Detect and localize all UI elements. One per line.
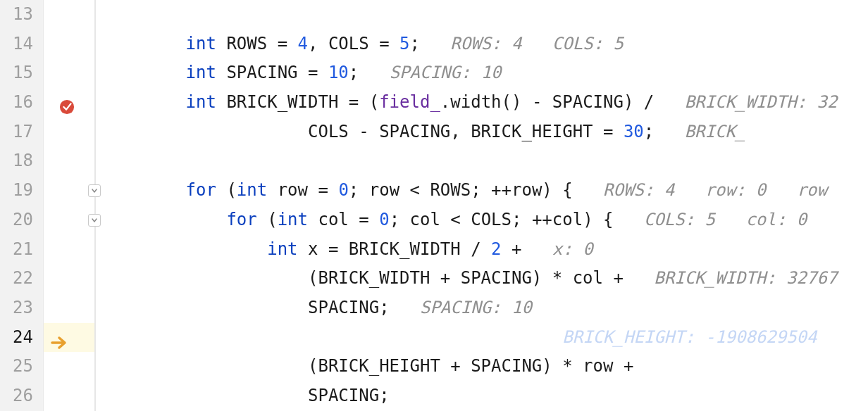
line-number: 13 (0, 0, 43, 30)
inline-hint: ROWS: 4 (603, 180, 674, 200)
code-token: .width() - SPACING) / (440, 92, 654, 112)
code-token: int (186, 34, 216, 53)
code-token: ROWS = (216, 34, 298, 53)
code-token: col = (308, 210, 379, 229)
inline-hint: BRICK_HEIGHT: -1908629504 (562, 327, 817, 347)
code-token: row = (267, 180, 338, 200)
code-editor: 1314151617181920212223242526 int ROWS = … (0, 0, 868, 411)
marker-line (44, 176, 94, 206)
code-token: for (186, 180, 216, 200)
code-token: int (267, 239, 297, 259)
line-number: 24 (0, 323, 43, 353)
code-line[interactable]: (BRICK_HEIGHT + SPACING) * row + (96, 352, 868, 381)
execution-pointer-icon (51, 330, 70, 344)
marker-line (44, 206, 94, 235)
marker-line (44, 323, 94, 353)
line-number: 23 (0, 293, 43, 323)
inline-hint: BRICK_WIDTH: 32 (685, 92, 838, 112)
marker-line (44, 30, 94, 59)
code-line[interactable]: (BRICK_WIDTH + SPACING) * col + BRICK_WI… (96, 264, 868, 293)
code-token: 5 (399, 34, 409, 53)
line-number: 21 (0, 235, 43, 265)
code-line[interactable]: COLS - SPACING, BRICK_HEIGHT = 30; BRICK… (96, 118, 868, 147)
code-token: 4 (298, 34, 308, 53)
line-number: 25 (0, 352, 43, 381)
marker-line (44, 293, 94, 323)
code-token: (BRICK_WIDTH + SPACING) * col + (308, 268, 624, 288)
code-token: y = BRICK_HEIGHT / (298, 327, 502, 347)
code-token: ; (644, 122, 654, 141)
line-number-gutter: 1314151617181920212223242526 (0, 0, 44, 411)
line-number: 15 (0, 58, 43, 88)
code-line[interactable]: int BRICK_WIDTH = (field_.width() - SPAC… (96, 88, 868, 118)
code-line[interactable] (96, 146, 868, 176)
inline-hint: col: 0 (745, 210, 807, 229)
line-number: 18 (0, 146, 43, 176)
inline-hint: x: 0 (552, 239, 593, 259)
code-token: int (278, 210, 308, 229)
code-token: ; col < COLS; ++col) { (390, 210, 614, 229)
inline-hint: BRICK_WIDTH: 32767 (654, 268, 837, 288)
svg-point-0 (60, 100, 74, 114)
code-token: COLS - SPACING, BRICK_HEIGHT = (308, 122, 624, 141)
inline-hint: SPACING: 10 (390, 63, 502, 82)
code-token: 30 (624, 122, 644, 141)
marker-line (44, 146, 94, 176)
code-line[interactable]: int y = BRICK_HEIGHT / 2 + BRICK_HEIGHT:… (96, 323, 868, 353)
code-line[interactable]: int ROWS = 4, COLS = 5; ROWS: 4 COLS: 5 (96, 30, 868, 59)
code-token: SPACING; (308, 386, 390, 405)
code-token: int (267, 327, 297, 347)
code-token: ( (257, 210, 278, 229)
inline-hint: row: 0 (705, 180, 767, 200)
code-line[interactable]: for (int col = 0; col < COLS; ++col) { C… (96, 206, 868, 235)
code-token: 2 (491, 239, 501, 259)
line-number: 16 (0, 88, 43, 118)
code-token: x = BRICK_WIDTH / (298, 239, 492, 259)
marker-line (44, 352, 94, 381)
code-token: 0 (379, 210, 389, 229)
code-token: ; (349, 63, 359, 82)
marker-line (44, 58, 94, 88)
code-token: ( (216, 180, 237, 200)
code-token: + (512, 327, 532, 347)
code-token: int (237, 180, 267, 200)
code-line[interactable]: SPACING; (96, 381, 868, 411)
marker-line (44, 381, 94, 411)
code-token: ; (410, 34, 420, 53)
code-line[interactable] (96, 0, 868, 30)
line-number: 14 (0, 30, 43, 59)
inline-hint: BRICK_ (685, 122, 746, 141)
fold-handle-icon[interactable] (88, 184, 101, 197)
code-token: BRICK_WIDTH = ( (216, 92, 379, 112)
code-token: SPACING; (308, 298, 390, 317)
code-token: (BRICK_HEIGHT + SPACING) * row + (308, 356, 633, 376)
marker-gutter (44, 0, 96, 411)
code-token: int (186, 92, 216, 112)
code-token: 0 (338, 180, 348, 200)
code-line[interactable]: SPACING; SPACING: 10 (96, 293, 868, 323)
code-token: ; row < ROWS; ++row) { (349, 180, 573, 200)
code-token: field_ (379, 92, 440, 112)
code-line[interactable]: for (int row = 0; row < ROWS; ++row) { R… (96, 176, 868, 206)
line-number: 17 (0, 118, 43, 147)
line-number: 22 (0, 264, 43, 293)
code-token: 2 (502, 327, 512, 347)
code-token: SPACING = (216, 63, 328, 82)
marker-line (44, 0, 94, 30)
line-number: 20 (0, 206, 43, 235)
inline-hint: COLS: 5 (552, 34, 624, 53)
code-token: + (502, 239, 522, 259)
fold-handle-icon[interactable] (88, 214, 101, 227)
code-token: for (226, 210, 256, 229)
code-line[interactable]: int x = BRICK_WIDTH / 2 + x: 0 (96, 235, 868, 265)
breakpoint-icon[interactable] (59, 95, 75, 110)
marker-line (44, 264, 94, 293)
code-line[interactable]: int SPACING = 10; SPACING: 10 (96, 58, 868, 88)
marker-line (44, 118, 94, 147)
line-number: 19 (0, 176, 43, 206)
code-area[interactable]: int ROWS = 4, COLS = 5; ROWS: 4 COLS: 5 … (96, 0, 868, 411)
line-number: 26 (0, 381, 43, 411)
inline-hint: SPACING: 10 (420, 298, 532, 317)
inline-hint: COLS: 5 (644, 210, 715, 229)
marker-line (44, 235, 94, 265)
